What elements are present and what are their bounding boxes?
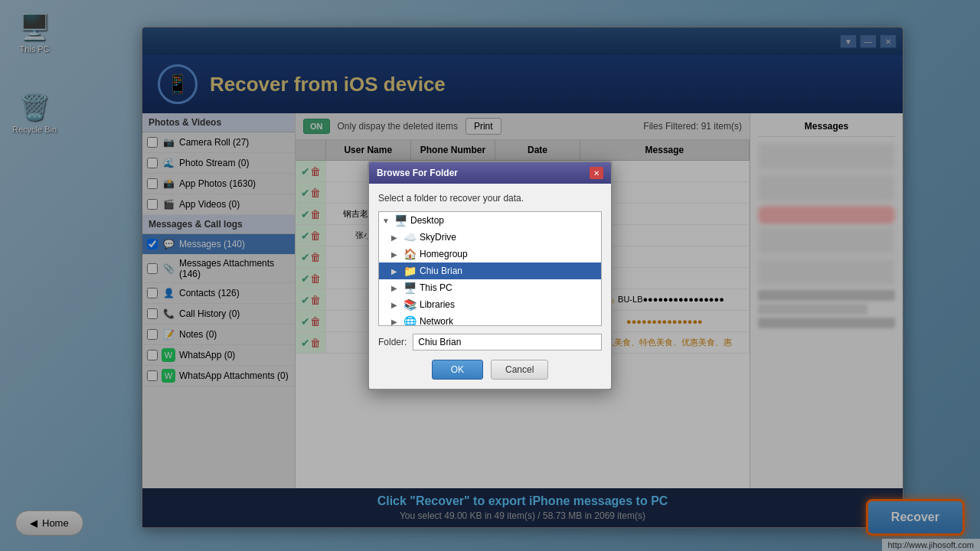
dialog-title: Browse For Folder xyxy=(377,168,458,178)
expand-arrow-libraries: ▶ xyxy=(391,301,400,309)
libraries-icon: 📚 xyxy=(403,298,416,311)
browse-folder-dialog: Browse For Folder ✕ Select a folder to r… xyxy=(368,161,612,390)
expand-arrow-desktop: ▼ xyxy=(382,217,391,225)
dialog-instruction: Select a folder to recover your data. xyxy=(378,193,602,204)
folder-item-skydrive[interactable]: ▶ ☁️ SkyDrive xyxy=(379,229,601,246)
folder-item-this-pc[interactable]: ▶ 🖥️ This PC xyxy=(379,279,601,296)
folder-item-label: Libraries xyxy=(420,299,455,310)
folder-item-homegroup[interactable]: ▶ 🏠 Homegroup xyxy=(379,246,601,262)
dialog-body: Select a folder to recover your data. ▼ … xyxy=(369,184,611,389)
folder-item-label: Desktop xyxy=(410,215,444,226)
dialog-cancel-button[interactable]: Cancel xyxy=(491,360,548,380)
expand-arrow-chiu-brian: ▶ xyxy=(391,267,400,276)
homegroup-icon: 🏠 xyxy=(403,248,416,260)
dialog-overlay: Browse For Folder ✕ Select a folder to r… xyxy=(0,0,980,551)
expand-arrow-skydrive: ▶ xyxy=(391,233,400,242)
expand-arrow-homegroup: ▶ xyxy=(391,250,400,259)
dialog-ok-button[interactable]: OK xyxy=(432,360,483,380)
chiu-brian-icon: 📁 xyxy=(403,265,416,277)
folder-input-label: Folder: xyxy=(378,337,407,347)
folder-item-chiu-brian[interactable]: ▶ 📁 Chiu Brian xyxy=(379,262,601,279)
network-icon: 🌐 xyxy=(403,315,416,326)
folder-item-desktop[interactable]: ▼ 🖥️ Desktop xyxy=(379,212,601,229)
folder-item-network[interactable]: ▶ 🌐 Network xyxy=(379,313,601,326)
this-pc-folder-icon: 🖥️ xyxy=(403,282,416,294)
folder-item-label: Homegroup xyxy=(420,249,468,259)
skydrive-icon: ☁️ xyxy=(403,231,416,243)
dialog-titlebar: Browse For Folder ✕ xyxy=(369,162,611,184)
dialog-buttons: OK Cancel xyxy=(378,360,602,380)
folder-input-row: Folder: xyxy=(378,334,602,350)
expand-arrow-network: ▶ xyxy=(391,318,400,326)
dialog-close-button[interactable]: ✕ xyxy=(590,167,603,179)
expand-arrow-this-pc: ▶ xyxy=(391,284,400,292)
folder-input[interactable] xyxy=(413,334,602,350)
folder-item-label: Chiu Brian xyxy=(420,266,462,276)
folder-item-label: SkyDrive xyxy=(420,232,456,243)
folder-item-label: This PC xyxy=(420,282,452,293)
folder-item-label: Network xyxy=(420,316,453,326)
folder-tree[interactable]: ▼ 🖥️ Desktop ▶ ☁️ SkyDrive ▶ 🏠 Homeg xyxy=(378,211,602,326)
folder-item-libraries[interactable]: ▶ 📚 Libraries xyxy=(379,296,601,313)
desktop-folder-icon: 🖥️ xyxy=(394,214,407,227)
